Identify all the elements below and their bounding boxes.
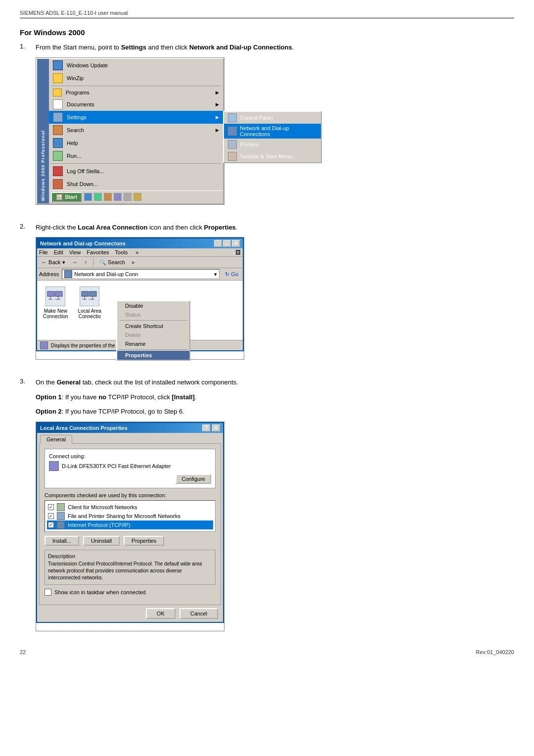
make-new-connection-icon [45,286,65,306]
maximize-button[interactable]: □ [223,240,231,247]
ctx-delete[interactable]: Delete [117,331,189,339]
submenu-taskbar[interactable]: Taskbar & Start Menu... [224,150,321,162]
menu-item-logoff[interactable]: Log Off Stella... [49,165,223,178]
client-icon [57,503,65,511]
menu-edit[interactable]: Edit [54,249,63,255]
filesharing-label: File and Printer Sharing for Microsoft N… [68,513,180,519]
menu-favorites[interactable]: Favorites [87,249,109,255]
tcpip-checkbox[interactable]: ✓ [48,522,54,528]
install-button[interactable]: Install... [44,536,79,546]
taskbar-icon-3[interactable] [104,193,112,201]
local-area-connection-icon-area[interactable]: Local AreaConnectio [78,286,101,334]
start-label: Start [65,194,77,200]
up-button[interactable]: ↑ [82,258,90,266]
taskbar-icon-2[interactable] [94,193,102,201]
menu-item-windows-update[interactable]: Windows Update [49,59,223,72]
connect-using-section: Connect using: D-Link DFE530TX PCI Fast … [44,449,216,488]
taskbar-icon-4[interactable] [114,193,122,201]
menu-item-settings[interactable]: Settings ▶ Control Panel Network and Dia… [49,111,223,124]
menu-more[interactable]: » [135,249,138,255]
minimize-button[interactable]: _ [214,240,222,247]
forward-button[interactable]: → [70,258,80,266]
menu-item-search[interactable]: Search ▶ [49,124,223,137]
step-3-content: On the General tab, check out the list o… [36,378,514,639]
uninstall-button[interactable]: Uninstall [83,536,120,546]
menu-item-run[interactable]: Run... [49,149,223,162]
step-2: 2. Right-click the Local Area Connection… [20,223,514,368]
submenu-control-panel[interactable]: Control Panel [224,112,321,124]
address-box[interactable]: Network and Dial-up Conn ▾ [62,269,220,279]
page-footer: 22 Rev:01_040220 [20,649,514,655]
components-label: Components checked are used by this conn… [44,492,216,498]
printers-icon [228,140,237,149]
client-checkbox[interactable]: ✓ [48,504,54,510]
component-list: ✓ Client for Microsoft Networks ✓ File a… [44,500,216,532]
dialog-titlebar-buttons: ? ✕ [202,425,220,431]
menu-item-winzip[interactable]: WinZip [49,72,223,85]
menu-icon[interactable]: 🖼 [235,249,241,255]
cancel-button[interactable]: Cancel [179,608,218,619]
ctx-disable[interactable]: Disable [117,301,189,310]
ctx-rename[interactable]: Rename [117,339,189,348]
taskbar-icon-6[interactable] [134,193,141,201]
ctx-shortcut[interactable]: Create Shortcut [117,322,189,331]
submenu-network-connections[interactable]: Network and Dial-up Connections [224,124,321,139]
help-icon [53,138,63,148]
menu-view[interactable]: View [69,249,81,255]
client-label: Client for Microsoft Networks [68,504,137,510]
description-title: Description [48,553,212,559]
component-client[interactable]: ✓ Client for Microsoft Networks [47,503,213,512]
search-button[interactable]: 🔍 Search [97,258,128,267]
filesharing-checkbox[interactable]: ✓ [48,513,54,519]
show-icon-checkbox[interactable] [44,589,51,596]
local-conn-svg [81,287,98,305]
back-button[interactable]: ← Back ▾ [39,258,68,267]
component-tcpip[interactable]: ✓ Internet Protocol (TCP/IP) [47,520,213,529]
menu-item-run-label: Run... [67,153,81,159]
show-icon-row: Show icon in taskbar when connected [44,589,216,596]
network-connections-icon [228,127,237,136]
programs-arrow: ▶ [216,90,219,95]
menu-item-shutdown[interactable]: Shut Down... [49,178,223,190]
properties-button[interactable]: Properties [124,536,164,546]
search-label: Search [108,259,125,265]
submenu-printers[interactable]: Printers [224,139,321,150]
menu-item-help[interactable]: Help [49,137,223,149]
ok-button[interactable]: OK [146,608,176,619]
description-text: Transmission Control Protocol/Internet P… [48,561,212,581]
go-button[interactable]: ↻ Go [222,270,241,279]
menu-item-winzip-label: WinZip [67,75,84,81]
start-menu-items: Windows Update WinZip Programs ▶ [49,59,223,203]
menu-file[interactable]: File [39,249,48,255]
address-dropdown[interactable]: ▾ [214,271,217,278]
page-header: SIEMENS ADSL E-110_E-110-I user manual [20,10,514,18]
taskbar-icon-5[interactable] [124,193,132,201]
shutdown-icon [53,179,63,189]
toolbar-more[interactable]: » [132,259,134,265]
ctx-status[interactable]: Status [117,310,189,319]
menu-tools[interactable]: Tools [115,249,128,255]
component-filesharing[interactable]: ✓ File and Printer Sharing for Microsoft… [47,512,213,520]
dialog-help-button[interactable]: ? [202,425,210,431]
adapter-name: D-Link DFE530TX PCI Fast Ethernet Adapte… [62,463,171,469]
local-area-connection-label: Local AreaConnectio [78,308,101,319]
windows-update-icon [53,60,63,70]
menu-item-documents-label: Documents [67,101,94,107]
close-button[interactable]: ✕ [232,240,240,247]
network-window-screenshot: Network and Dial-up Connectons _ □ ✕ Fil… [36,237,244,360]
make-new-connection-icon-area[interactable]: Make NewConnection [43,286,68,334]
menu-item-documents[interactable]: Documents ▶ [49,98,223,111]
revision: Rev:01_040220 [476,649,514,655]
toolbar-sep [93,258,93,267]
step-1-content: From the Start menu, point to Settings a… [36,43,514,213]
address-bar: Address Network and Dial-up Conn ▾ ↻ Go [37,268,243,281]
dialog-close-button[interactable]: ✕ [212,425,220,431]
start-button[interactable]: 🪟 Start [51,192,82,202]
dialog-titlebar: Local Area Connection Properties ? ✕ [37,423,223,433]
taskbar-icon-1[interactable] [84,193,92,201]
ctx-properties[interactable]: Properties [117,351,189,360]
configure-button[interactable]: Configure [176,474,211,484]
menu-item-programs[interactable]: Programs ▶ [49,87,223,98]
tab-general[interactable]: General [40,435,72,444]
action-buttons: Install... Uninstall Properties [44,536,216,546]
